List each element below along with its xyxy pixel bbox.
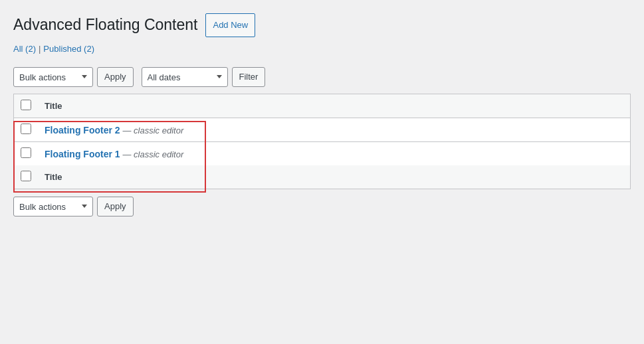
row-title-cell-2: Floating Footer 1 — classic editor — [38, 142, 631, 166]
table-container: Title Floating Footer 2 — classic editor — [13, 94, 631, 189]
select-all-checkbox[interactable] — [21, 100, 31, 110]
footer-title-column: Title — [38, 165, 631, 189]
filter-button[interactable]: Filter — [232, 67, 266, 87]
published-filter-link[interactable]: Published (2) — [43, 44, 94, 54]
post-state-2: — classic editor — [122, 149, 183, 159]
row-title-link-1[interactable]: Floating Footer 2 — [45, 125, 122, 135]
subsubsub-nav: All (2) | Published (2) — [13, 44, 631, 54]
footer-checkbox-cell — [14, 165, 39, 189]
row-title-link-2[interactable]: Floating Footer 1 — [45, 149, 122, 159]
all-filter-link[interactable]: All (2) — [13, 44, 36, 54]
title-column-header: Title — [38, 94, 631, 118]
page-header: Advanced Floating Content Add New — [13, 13, 631, 37]
table-row: Floating Footer 1 — classic editor — [14, 142, 631, 166]
table-body: Floating Footer 2 — classic editor Float… — [14, 118, 631, 166]
row-title-cell-1: Floating Footer 2 — classic editor — [38, 118, 631, 142]
footer-select-all-checkbox[interactable] — [21, 171, 31, 181]
header-checkbox-cell — [14, 94, 39, 118]
bottom-tablenav: Bulk actions Apply — [13, 191, 631, 222]
row-checkbox-1[interactable] — [21, 124, 31, 134]
filter-separator: | — [39, 44, 41, 54]
row-checkbox-cell-1 — [14, 118, 39, 142]
top-bulk-actions-select[interactable]: Bulk actions — [13, 67, 93, 87]
bottom-bulk-actions-select[interactable]: Bulk actions — [13, 197, 93, 216]
table-header: Title — [14, 94, 631, 118]
posts-table: Title Floating Footer 2 — classic editor — [13, 94, 631, 189]
table-footer: Title — [14, 165, 631, 189]
row-checkbox-cell-2 — [14, 142, 39, 166]
top-apply-button[interactable]: Apply — [97, 67, 134, 87]
add-new-button[interactable]: Add New — [205, 13, 255, 37]
date-filter-select[interactable]: All dates — [142, 67, 228, 87]
table-row: Floating Footer 2 — classic editor — [14, 118, 631, 142]
row-checkbox-2[interactable] — [21, 147, 31, 158]
post-state-1: — classic editor — [122, 126, 183, 135]
top-tablenav: Bulk actions Apply All dates Filter — [13, 62, 631, 92]
page-title: Advanced Floating Content — [13, 15, 197, 35]
bottom-apply-button[interactable]: Apply — [97, 197, 134, 216]
